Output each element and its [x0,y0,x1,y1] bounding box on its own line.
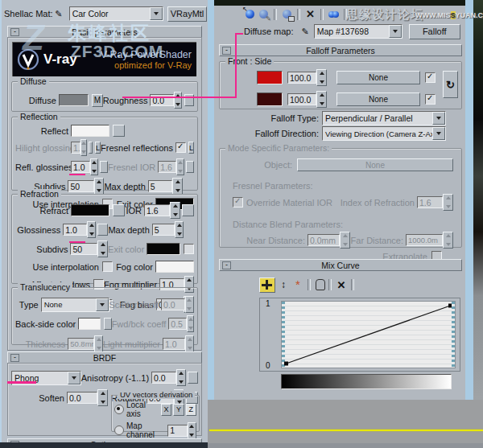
eyedropper-icon[interactable]: ✎ [302,27,309,37]
near-distance-field[interactable]: 0.0mm [308,234,340,246]
index-of-refraction-spinner[interactable] [443,194,453,211]
map-type-button[interactable]: Falloff [409,24,460,39]
front-map-button[interactable]: None [336,71,420,84]
override-ior-checkbox[interactable] [233,197,243,208]
object-pick-button[interactable]: None [297,158,453,171]
make-unique-icon[interactable] [327,8,341,21]
collapse-icon[interactable]: - [222,261,231,269]
light-multiplier-spinner[interactable] [185,335,194,352]
refr-subdivs-spinner[interactable] [97,240,108,257]
axis-x-button[interactable]: X [161,404,171,416]
anisotropy-map-button[interactable] [188,372,198,384]
dropdown-arrow-icon[interactable] [432,112,445,125]
dropdown-arrow-icon[interactable] [96,298,109,311]
side-amount-spinner[interactable] [316,91,327,108]
refl-glossiness-field[interactable]: 1.0 [71,161,90,173]
fresnel-reflections-checkbox[interactable] [175,142,186,153]
material-type-button[interactable]: VRayMtl [167,6,207,22]
light-multiplier-field[interactable]: 1.0 [163,338,185,350]
fresnel-ior-spinner[interactable] [176,158,184,175]
refr-max-depth-spinner[interactable] [175,221,184,238]
side-map-checkbox[interactable] [425,94,436,105]
falloff-direction-dropdown[interactable]: Viewing Direction (Camera Z-Axis) [322,126,446,141]
delete-point-icon[interactable] [316,279,325,290]
roughness-spinner[interactable] [174,92,182,109]
hilight-lock-button[interactable]: L [95,142,101,154]
scatter-coeff-spinner[interactable] [185,296,194,313]
brdf-rollout[interactable]: - BRDF [7,351,202,364]
index-of-refraction-field[interactable]: 1.6 [417,196,443,208]
refract-color-swatch[interactable] [71,204,109,216]
front-amount-spinner[interactable] [316,69,327,86]
far-distance-field[interactable]: 1000.0m [406,234,443,246]
move-point-icon[interactable] [259,277,275,293]
put-to-library-icon[interactable] [280,8,294,21]
front-map-checkbox[interactable] [425,72,436,83]
fresnel-ior-field[interactable]: 1.6 [158,161,176,173]
refr-exit-color-checkbox[interactable] [184,244,194,254]
swap-colors-icon[interactable]: ↻ [443,71,458,98]
get-material-icon[interactable]: ↖ [243,8,257,21]
translucency-type-dropdown[interactable]: None [41,298,109,312]
shellac-material-dropdown[interactable]: Car Color [69,6,163,21]
soften-field[interactable]: 0.0 [67,392,97,404]
refr-subdivs-field[interactable]: 50 [70,243,97,255]
side-color-swatch[interactable] [257,92,283,106]
eyedropper-icon[interactable]: ✎ [52,9,65,19]
diffuse-color-swatch[interactable] [59,94,89,106]
refr-glossiness-spinner[interactable] [87,221,96,238]
refl-subdivs-spinner[interactable] [94,178,104,195]
ior-spinner[interactable] [170,202,180,219]
hilight-map-button[interactable] [89,142,93,154]
front-color-swatch[interactable] [257,71,283,84]
ior-field[interactable]: 1.6 [144,204,170,216]
dropdown-arrow-icon[interactable] [68,372,80,384]
put-material-icon[interactable]: ✎ [257,8,270,21]
refl-max-depth-spinner[interactable] [172,178,182,195]
falloff-parameters-rollout[interactable]: - Falloff Parameters [219,44,462,56]
backside-map-button[interactable] [104,318,112,330]
fwd-bck-coeff-field[interactable]: 0.5 [168,318,187,330]
hilight-glossiness-spinner[interactable] [80,139,87,156]
map-channel-field[interactable]: 1 [167,425,188,437]
reflect-color-swatch[interactable] [71,125,109,137]
collapse-icon[interactable]: - [222,47,231,55]
curve-plot-area[interactable] [281,301,456,368]
side-map-button[interactable]: None [336,92,420,106]
refr-use-interpolation-checkbox[interactable] [102,261,113,272]
local-axis-radio[interactable] [114,405,124,414]
map-channel-radio[interactable] [114,425,124,435]
collapse-icon[interactable]: - [10,28,19,36]
scale-point-icon[interactable]: ↕ [278,279,289,290]
refl-subdivs-field[interactable]: 50 [68,180,94,192]
mix-curve-editor[interactable]: 1 0 [259,298,460,372]
refr-glossiness-map-button[interactable] [97,224,108,236]
hilight-glossiness-field[interactable]: 1.0 [71,142,80,154]
near-distance-spinner[interactable] [340,232,350,249]
refl-max-depth-field[interactable]: 5 [148,180,173,192]
fresnel-lock-button[interactable]: L [188,142,194,154]
falloff-type-dropdown[interactable]: Perpendicular / Parallel [322,111,446,125]
reflect-map-button[interactable] [113,125,125,137]
far-distance-spinner[interactable] [443,232,453,249]
reset-material-icon[interactable]: ✕ [303,8,317,21]
diffuse-map-m-button[interactable]: M [92,94,103,107]
refl-glossiness-map-button[interactable] [100,161,109,173]
mix-curve-rollout[interactable]: - Mix Curve [219,259,462,271]
refr-glossiness-field[interactable]: 1.0 [63,224,87,236]
dropdown-arrow-icon[interactable] [150,7,163,20]
refract-map-button[interactable] [113,204,125,216]
ior-map-button[interactable] [182,204,194,216]
fog-color-swatch[interactable] [155,261,194,273]
axis-y-button[interactable]: Y [173,404,184,416]
add-point-icon[interactable]: * [291,280,304,290]
side-amount-field[interactable]: 100.0 [287,93,316,105]
dropdown-arrow-icon[interactable] [389,25,402,38]
fresnel-ior-map-button[interactable] [186,161,195,173]
anisotropy-field[interactable]: 0.0 [151,372,176,384]
soften-spinner[interactable] [97,389,108,406]
reset-curves-icon[interactable]: ✕ [335,279,348,291]
refl-glossiness-spinner[interactable] [90,158,97,175]
anisotropy-spinner[interactable] [176,369,186,386]
backside-color-swatch[interactable] [78,318,101,330]
